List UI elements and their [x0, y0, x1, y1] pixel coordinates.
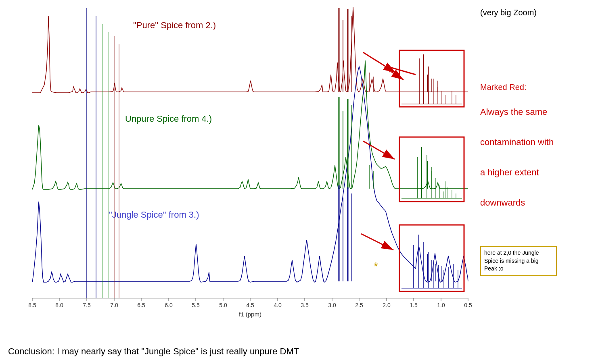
right-panel: (very big Zoom) Marked Red: Always the s… [476, 4, 598, 322]
svg-text:2.0: 2.0 [383, 302, 391, 308]
svg-text:3.5: 3.5 [301, 302, 309, 308]
svg-text:Unpure Spice from 4.): Unpure Spice from 4.) [125, 114, 212, 124]
svg-text:8.0: 8.0 [55, 302, 63, 308]
svg-text:5.0: 5.0 [219, 302, 227, 308]
conclusion-text: Conclusion: I may nearly say that "Jungl… [8, 343, 590, 360]
svg-text:"Jungle Spice" from 3.): "Jungle Spice" from 3.) [109, 210, 199, 220]
svg-text:*: * [374, 260, 378, 272]
contamination-label: contamination with [480, 137, 554, 148]
svg-text:7.5: 7.5 [83, 302, 91, 308]
svg-text:1.0: 1.0 [437, 302, 445, 308]
zoom-label: (very big Zoom) [480, 8, 537, 17]
svg-text:"Pure" Spice from 2.): "Pure" Spice from 2.) [133, 20, 216, 30]
svg-text:0.5: 0.5 [464, 302, 472, 308]
svg-text:6.5: 6.5 [137, 302, 145, 308]
svg-text:3.0: 3.0 [328, 302, 336, 308]
extent-label: a higher extent [480, 167, 539, 178]
note-box: here at 2,0 the Jungle Spice is missing … [480, 246, 557, 276]
marked-label: Marked Red: [480, 83, 527, 92]
svg-text:8.5: 8.5 [28, 302, 36, 308]
nmr-chart: 8.5 8.0 7.5 7.0 6.5 6.0 5.5 5.0 4.5 4.0 … [8, 4, 476, 322]
svg-text:f1 (ppm): f1 (ppm) [239, 311, 261, 318]
svg-text:4.5: 4.5 [246, 302, 254, 308]
nmr-svg: 8.5 8.0 7.5 7.0 6.5 6.0 5.5 5.0 4.5 4.0 … [8, 4, 476, 318]
svg-text:2.5: 2.5 [355, 302, 363, 308]
always-same-label: Always the same [480, 107, 547, 117]
svg-text:5.5: 5.5 [192, 302, 200, 308]
svg-text:7.0: 7.0 [110, 302, 118, 308]
main-container: 8.5 8.0 7.5 7.0 6.5 6.0 5.5 5.0 4.5 4.0 … [0, 0, 598, 364]
svg-text:6.0: 6.0 [165, 302, 173, 308]
svg-text:4.0: 4.0 [274, 302, 282, 308]
chart-area: 8.5 8.0 7.5 7.0 6.5 6.0 5.5 5.0 4.5 4.0 … [8, 4, 590, 341]
downwards-label: downwards [480, 198, 525, 208]
svg-text:1.5: 1.5 [410, 302, 418, 308]
